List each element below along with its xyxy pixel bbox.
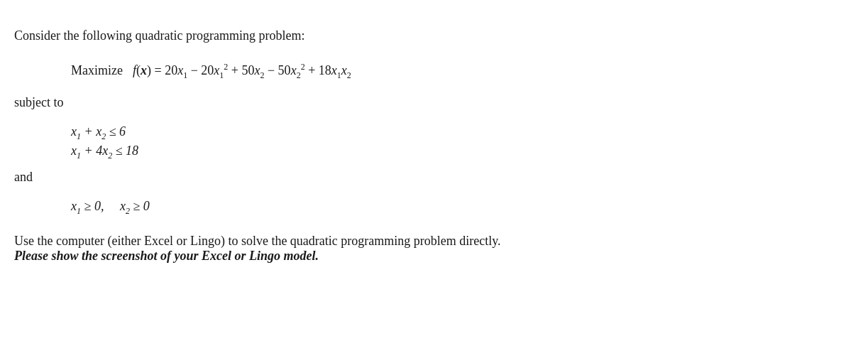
constraint-1: x1 + x2 ≤ 6 — [71, 124, 847, 139]
maximize-block: Maximize f(x) = 20x1 − 20x12 + 50x2 − 50… — [71, 63, 847, 78]
function-name: f — [133, 63, 136, 77]
constraints-block: x1 + x2 ≤ 6 x1 + 4x2 ≤ 18 — [71, 124, 847, 158]
intro-text: Consider the following quadratic program… — [14, 28, 847, 43]
footer-italic-bold-text: Please show the screenshot of your Excel… — [14, 249, 319, 263]
and-label: and — [14, 170, 847, 185]
math-expression: f(x) = 20x1 − 20x12 + 50x2 − 50x22 + 18x… — [133, 63, 351, 78]
x2-nonneg: x — [120, 199, 126, 213]
main-content: Consider the following quadratic program… — [14, 21, 847, 271]
bold-x-var: x — [141, 63, 147, 77]
x1-nonneg: x — [71, 199, 77, 213]
non-negativity-block: x1 ≥ 0, x2 ≥ 0 — [71, 199, 847, 214]
footer-block: Use the computer (either Excel or Lingo)… — [14, 234, 847, 264]
constraint-1-text: x — [71, 124, 77, 139]
subject-to-text: subject to — [14, 95, 64, 109]
non-negativity-line: x1 ≥ 0, x2 ≥ 0 — [71, 199, 847, 214]
constraint-2: x1 + 4x2 ≤ 18 — [71, 143, 847, 158]
constraint-2-text: x — [71, 143, 77, 158]
and-text: and — [14, 170, 33, 184]
subject-to-label: subject to — [14, 95, 847, 110]
maximize-label: Maximize — [71, 63, 123, 78]
intro-label: Consider the following quadratic program… — [14, 28, 304, 43]
footer-normal-text: Use the computer (either Excel or Lingo)… — [14, 234, 501, 248]
